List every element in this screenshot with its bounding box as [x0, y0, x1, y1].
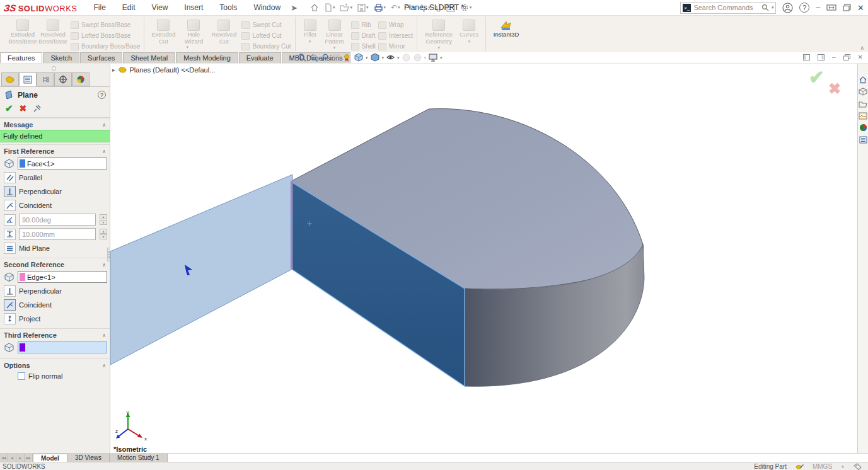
display-style-caret[interactable]: ▾ [382, 55, 385, 60]
search-input[interactable]: Search Commands [693, 4, 758, 11]
extruded-boss-base-button[interactable]: Extruded Boss/Base [8, 18, 38, 45]
apply-scene-caret[interactable]: ▾ [424, 55, 427, 60]
third-reference-selection-box[interactable] [18, 341, 107, 353]
boundary-cut-button[interactable]: Boundary Cut [241, 42, 291, 51]
revolved-boss-base-button[interactable]: Revolved Boss/Base [38, 18, 68, 45]
view-orientation-icon[interactable] [354, 53, 364, 62]
settings-button[interactable]: ▾ [459, 3, 473, 13]
save-button[interactable]: ▾ [356, 3, 370, 13]
third-reference-section-header[interactable]: Third Reference ∧ [0, 328, 110, 340]
tab-mesh-modeling[interactable]: Mesh Modeling [176, 52, 238, 63]
minimize-button[interactable]: – [816, 3, 820, 12]
help-icon[interactable]: ? [799, 3, 809, 13]
doc-restore-button[interactable] [843, 54, 850, 60]
extruded-cut-button[interactable]: Extruded Cut [148, 18, 178, 45]
select-button[interactable]: ▾ [418, 3, 432, 13]
pane-right-icon[interactable] [818, 54, 825, 60]
zoom-to-fit-icon[interactable] [298, 53, 307, 62]
search-commands-box[interactable]: >_ Search Commands ▾ [680, 2, 776, 14]
search-icon[interactable] [761, 4, 769, 11]
tab-features[interactable]: Features [0, 52, 42, 63]
shell-button[interactable]: Shell [351, 42, 376, 51]
second-reference-selection-box[interactable]: Edge<1> [18, 271, 107, 283]
tab-surfaces[interactable]: Surfaces [80, 52, 122, 63]
hole-wizard-caret[interactable]: ▾ [186, 45, 188, 50]
menu-window[interactable]: Window [252, 2, 282, 13]
pm-help-icon[interactable]: ? [98, 91, 106, 99]
first-reference-section-header[interactable]: First Reference ∧ [0, 144, 110, 156]
linear-pattern-button[interactable]: Linear Pattern▾ [321, 18, 349, 50]
new-document-button[interactable]: ▾ [323, 3, 337, 13]
span-displays-button[interactable] [826, 4, 836, 11]
custom-properties-tab[interactable] [859, 135, 868, 144]
flip-normal-option[interactable]: Flip normal [0, 370, 110, 382]
hole-wizard-button[interactable]: Hole Wizard [178, 18, 209, 45]
lofted-boss-base-button[interactable]: Lofted Boss/Base [71, 31, 140, 40]
panel-collapse-handle[interactable] [52, 66, 56, 71]
coincident-option-second[interactable]: Coincident [0, 298, 110, 312]
section-view-icon[interactable] [332, 53, 340, 62]
tag-icon[interactable] [854, 463, 862, 470]
rib-button[interactable]: Rib [351, 20, 376, 30]
swept-boss-base-button[interactable]: Swept Boss/Base [71, 20, 140, 30]
file-explorer-tab[interactable] [859, 99, 868, 108]
mirror-button[interactable]: Mirror [378, 42, 413, 51]
angle-input[interactable]: 90.00deg [19, 214, 96, 226]
message-section-header[interactable]: Message ∧ [0, 118, 110, 130]
perpendicular-option-second[interactable]: Perpendicular [0, 284, 110, 298]
displaymanager-tab[interactable] [72, 72, 90, 86]
scroll-right-button[interactable]: ▸ [16, 454, 25, 462]
fillet-caret[interactable]: ▾ [309, 39, 311, 44]
apply-scene-icon[interactable] [413, 53, 422, 62]
feature-tree-flyout[interactable]: ▸ Planes (Default) <<Defaul... [112, 66, 215, 74]
parallel-option[interactable]: Parallel [0, 171, 110, 185]
view-settings-icon[interactable] [428, 53, 438, 62]
redo-button[interactable]: ↷▾ [404, 3, 416, 13]
attachments-button[interactable] [434, 3, 443, 13]
coincident-option-first[interactable]: Coincident [0, 198, 110, 212]
scroll-last-button[interactable]: ▸▸ [25, 454, 33, 462]
options-section-header[interactable]: Options ∧ [0, 358, 110, 370]
lofted-cut-button[interactable]: Lofted Cut [241, 31, 291, 40]
pm-pin-icon[interactable] [33, 105, 42, 113]
model-tab[interactable]: Model [33, 454, 67, 462]
flip-normal-checkbox[interactable] [18, 372, 25, 380]
menu-pin-icon[interactable]: ➤ [291, 3, 298, 13]
dimxpertmanager-tab[interactable] [54, 72, 72, 86]
reference-geometry-button[interactable]: Reference Geometry▾ [421, 18, 456, 50]
wrap-button[interactable]: Wrap [378, 20, 413, 30]
tab-sketch[interactable]: Sketch [43, 52, 79, 63]
curves-button[interactable]: Curves▾ [456, 18, 482, 44]
menu-file[interactable]: File [93, 2, 107, 13]
motion-study-tab[interactable]: Motion Study 1 [110, 454, 168, 462]
pm-cancel-button[interactable]: ✖ [20, 103, 27, 113]
hide-show-items-caret[interactable]: ▾ [397, 55, 400, 60]
first-reference-selection-box[interactable]: Face<1> [18, 158, 107, 169]
propertymanager-tab[interactable] [19, 72, 37, 86]
undo-button[interactable]: ↶▾ [390, 3, 402, 13]
home-button[interactable] [309, 3, 320, 13]
appearances-scenes-tab[interactable] [859, 123, 868, 132]
scroll-first-button[interactable]: ◂◂ [0, 454, 8, 462]
revolved-cut-button[interactable]: Revolved Cut [209, 18, 239, 45]
zoom-to-area-icon[interactable] [309, 53, 318, 62]
doc-close-button[interactable]: ✕ [858, 54, 863, 60]
linear-pattern-caret[interactable]: ▾ [333, 45, 336, 50]
hide-show-items-icon[interactable] [386, 53, 395, 62]
close-button[interactable]: ✕ [857, 3, 864, 13]
distance-input[interactable]: 10.000mm [19, 228, 96, 240]
menu-tools[interactable]: Tools [218, 2, 238, 13]
edit-appearance-icon[interactable] [402, 53, 411, 62]
mid-plane-option[interactable]: Mid Plane [0, 241, 110, 255]
part-3d-model[interactable] [110, 64, 857, 453]
resources-tab[interactable] [859, 75, 868, 84]
dynamic-annotation-views-icon[interactable] [342, 53, 352, 62]
curves-caret[interactable]: ▾ [468, 39, 470, 44]
doc-minimize-button[interactable]: – [832, 54, 836, 60]
configurationmanager-tab[interactable] [37, 72, 54, 86]
menu-view[interactable]: View [151, 2, 170, 13]
tab-evaluate[interactable]: Evaluate [239, 52, 281, 63]
print-button[interactable]: ▾ [373, 3, 388, 13]
menu-insert[interactable]: Insert [183, 2, 204, 13]
project-option[interactable]: Project [0, 312, 110, 326]
